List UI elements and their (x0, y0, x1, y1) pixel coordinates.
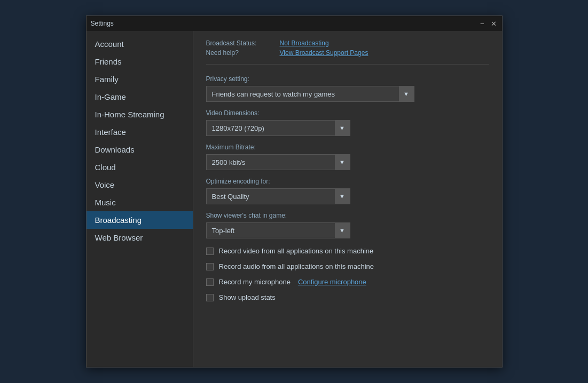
chevron-down-icon: ▼ (339, 227, 345, 234)
settings-window: Settings − ✕ Account Friends Family In-G… (86, 15, 503, 368)
show-upload-stats-checkbox[interactable] (206, 294, 214, 301)
checkbox-row-4: Show upload stats (206, 293, 489, 301)
record-microphone-label: Record my microphone (219, 278, 291, 286)
privacy-setting-label: Privacy setting: (206, 75, 489, 83)
content-area: Broadcast Status: Not Broadcasting Need … (193, 31, 502, 367)
sidebar-item-friends[interactable]: Friends (87, 53, 193, 70)
chevron-down-icon: ▼ (339, 159, 345, 165)
chat-dropdown-arrow: ▼ (335, 223, 350, 238)
record-video-checkbox[interactable] (206, 248, 214, 255)
not-broadcasting-link[interactable]: Not Broadcasting (280, 39, 329, 47)
window-controls: − ✕ (479, 20, 498, 28)
status-row-2: Need help? View Broadcast Support Pages (206, 49, 489, 57)
chat-dropdown[interactable]: Top-left ▼ (206, 222, 350, 238)
sidebar-item-voice[interactable]: Voice (87, 176, 193, 194)
broadcast-status-label: Broadcast Status: (206, 39, 276, 47)
sidebar-item-in-home-streaming[interactable]: In-Home Streaming (87, 106, 193, 123)
checkbox-row-3: Record my microphone Configure microphon… (206, 278, 489, 286)
optimize-dropdown[interactable]: Best Quality ▼ (206, 188, 350, 204)
chevron-down-icon: ▼ (339, 193, 345, 200)
video-dimensions-value: 1280x720 (720p) (207, 124, 335, 132)
checkbox-section: Record video from all applications on th… (206, 247, 489, 301)
window-title: Settings (91, 20, 114, 27)
video-dimensions-label: Video Dimensions: (206, 109, 489, 117)
privacy-setting-value: Friends can request to watch my games (207, 90, 399, 98)
sidebar-item-web-browser[interactable]: Web Browser (87, 229, 193, 246)
video-dropdown-arrow: ▼ (335, 121, 350, 135)
broadcast-support-link[interactable]: View Broadcast Support Pages (280, 49, 369, 57)
record-video-label: Record video from all applications on th… (219, 247, 374, 255)
title-bar: Settings − ✕ (87, 16, 502, 31)
chevron-down-icon: ▼ (403, 91, 409, 97)
minimize-button[interactable]: − (479, 20, 485, 28)
sidebar-item-cloud[interactable]: Cloud (87, 158, 193, 176)
record-audio-checkbox[interactable] (206, 263, 214, 270)
record-audio-label: Record audio from all applications on th… (219, 262, 374, 270)
checkbox-row-1: Record video from all applications on th… (206, 247, 489, 255)
sidebar-item-broadcasting[interactable]: Broadcasting (87, 211, 193, 229)
video-dimensions-dropdown[interactable]: 1280x720 (720p) ▼ (206, 120, 350, 136)
privacy-setting-dropdown[interactable]: Friends can request to watch my games ▼ (206, 86, 414, 102)
need-help-label: Need help? (206, 49, 276, 57)
status-row-1: Broadcast Status: Not Broadcasting (206, 39, 489, 47)
optimize-label: Optimize encoding for: (206, 178, 489, 185)
sidebar-item-interface[interactable]: Interface (87, 123, 193, 141)
chat-value: Top-left (207, 227, 335, 235)
optimize-dropdown-arrow: ▼ (335, 189, 350, 204)
optimize-value: Best Quality (207, 193, 335, 201)
broadcast-status-section: Broadcast Status: Not Broadcasting Need … (206, 39, 489, 65)
show-upload-stats-label: Show upload stats (219, 293, 276, 301)
max-bitrate-value: 2500 kbit/s (207, 158, 335, 166)
configure-microphone-link[interactable]: Configure microphone (298, 278, 366, 286)
sidebar-item-downloads[interactable]: Downloads (87, 141, 193, 158)
sidebar-item-family[interactable]: Family (87, 70, 193, 88)
chat-label: Show viewer's chat in game: (206, 212, 489, 219)
record-microphone-checkbox[interactable] (206, 278, 214, 286)
sidebar-item-account[interactable]: Account (87, 35, 193, 53)
bitrate-dropdown-arrow: ▼ (335, 155, 350, 170)
sidebar-item-in-game[interactable]: In-Game (87, 88, 193, 106)
sidebar: Account Friends Family In-Game In-Home S… (87, 31, 193, 367)
sidebar-item-music[interactable]: Music (87, 194, 193, 211)
close-button[interactable]: ✕ (490, 20, 498, 28)
max-bitrate-dropdown[interactable]: 2500 kbit/s ▼ (206, 154, 350, 170)
window-body: Account Friends Family In-Game In-Home S… (87, 31, 502, 367)
chevron-down-icon: ▼ (339, 125, 345, 131)
max-bitrate-label: Maximum Bitrate: (206, 143, 489, 151)
checkbox-row-2: Record audio from all applications on th… (206, 262, 489, 270)
privacy-dropdown-arrow: ▼ (399, 86, 414, 101)
